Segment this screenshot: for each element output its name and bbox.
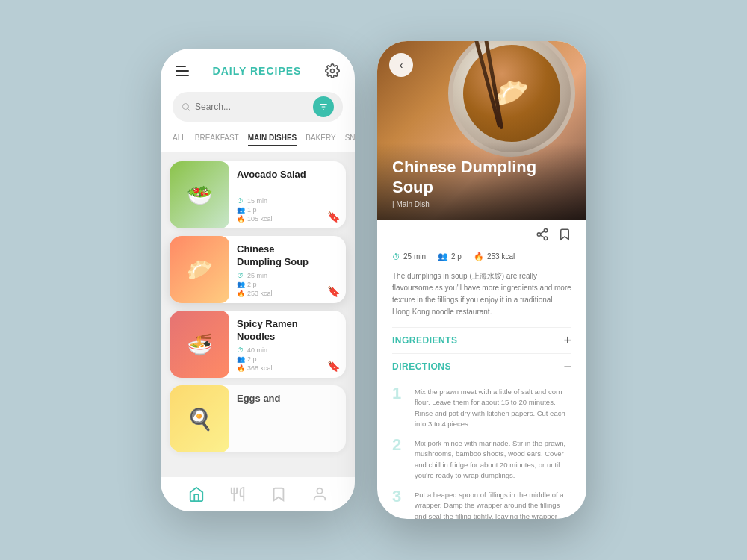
servings-icon-d: 👥: [237, 281, 244, 288]
detail-calories: 253 kcal: [487, 252, 515, 261]
hero-overlay: Chinese Dumpling Soup | Main Dish: [377, 143, 586, 220]
detail-time: 25 min: [403, 252, 426, 261]
left-phone: DAILY RECIPES: [161, 49, 355, 511]
directions-label: DIRECTIONS: [392, 361, 451, 372]
dumpling-time: 25 min: [247, 272, 267, 279]
filter-button[interactable]: [313, 96, 334, 117]
svg-point-1: [183, 104, 189, 110]
bookmark-avocado[interactable]: 🔖: [327, 211, 340, 223]
recipe-info-avocado: Avocado Salad ⏱ 15 min 👥 1 p 🔥 105 kca: [229, 161, 327, 228]
ramen-calories: 368 kcal: [247, 364, 273, 372]
direction-num-3: 3: [392, 488, 407, 519]
recipe-image-ramen: 🍜: [170, 311, 229, 378]
bottom-nav: [161, 476, 355, 511]
category-tabs: ALL BREAKFAST MAIN DISHES BAKERY SNAC: [161, 128, 355, 152]
nav-bookmarks[interactable]: [270, 486, 287, 503]
detail-servings: 2 p: [451, 252, 462, 261]
bowl-outer: 🥟: [448, 41, 575, 157]
recipe-name-eggs: Eggs and: [237, 393, 338, 405]
ramen-time: 40 min: [247, 346, 267, 354]
nav-profile[interactable]: [311, 486, 328, 503]
detail-description: The dumplings in soup (上海水饺) are really …: [377, 270, 586, 327]
detail-stats: ⏱ 25 min 👥 2 p 🔥 253 kcal: [377, 252, 586, 270]
svg-point-8: [544, 237, 548, 240]
dumpling-calories: 253 kcal: [247, 290, 273, 297]
recipe-image-eggs: 🍳: [170, 385, 229, 452]
svg-point-6: [544, 229, 548, 233]
recipe-card-eggs[interactable]: 🍳 Eggs and: [170, 385, 346, 452]
svg-line-9: [540, 235, 544, 237]
direction-3: 3 Put a heaped spoon of fillings in the …: [392, 488, 571, 519]
clock-icon: ⏱: [392, 252, 400, 261]
bowl-inner: 🥟: [463, 45, 560, 142]
ramen-servings: 2 p: [247, 355, 257, 363]
calories-icon: 🔥: [237, 215, 244, 223]
detail-category: | Main Dish: [392, 200, 571, 208]
recipe-info-dumpling: Chinese Dumpling Soup ⏱ 25 min 👥 2 p 🔥: [229, 236, 327, 303]
calories-icon-r: 🔥: [237, 364, 244, 372]
search-input[interactable]: [195, 102, 309, 112]
recipe-card-ramen[interactable]: 🍜 Spicy Ramen Noodles ⏱ 40 min 👥 2 p: [170, 311, 346, 378]
ingredients-toggle[interactable]: +: [563, 334, 571, 347]
search-icon: [182, 102, 190, 111]
recipe-meta-ramen: ⏱ 40 min 👥 2 p 🔥 368 kcal: [237, 346, 320, 372]
recipe-card-dumpling[interactable]: 🥟 Chinese Dumpling Soup ⏱ 25 min 👥 2 p: [170, 236, 346, 303]
stat-servings: 👥 2 p: [438, 252, 462, 261]
app-header: DAILY RECIPES: [161, 49, 355, 86]
menu-icon[interactable]: [176, 66, 189, 76]
avocado-servings: 1 p: [247, 206, 257, 214]
recipe-name-dumpling: Chinese Dumpling Soup: [237, 243, 320, 269]
ingredients-label: INGREDIENTS: [392, 335, 458, 346]
bookmark-ramen[interactable]: 🔖: [327, 360, 340, 372]
detail-title: Chinese Dumpling Soup: [392, 158, 571, 197]
nav-home[interactable]: [188, 486, 205, 503]
servings-icon: 👥: [237, 206, 244, 214]
time-icon-d: ⏱: [237, 272, 244, 279]
stat-time: ⏱ 25 min: [392, 252, 426, 261]
directions-section-header: DIRECTIONS −: [377, 354, 586, 379]
recipe-image-dumpling: 🥟: [170, 236, 229, 303]
detail-hero: 🥟 Chinese Dumpling Soup | Main Dish ‹: [377, 41, 586, 220]
time-icon-r: ⏱: [237, 346, 244, 354]
svg-point-7: [537, 233, 541, 237]
back-button[interactable]: ‹: [389, 53, 413, 77]
direction-num-2: 2: [392, 437, 407, 481]
directions-toggle[interactable]: −: [563, 360, 571, 373]
stat-calories: 🔥 253 kcal: [474, 252, 515, 261]
recipe-info-eggs: Eggs and: [229, 385, 346, 452]
tab-snacks[interactable]: SNAC: [345, 134, 355, 146]
recipe-meta-avocado: ⏱ 15 min 👥 1 p 🔥 105 kcal: [237, 197, 320, 223]
detail-panel: 🥟 Chinese Dumpling Soup | Main Dish ‹: [377, 41, 586, 519]
nav-recipes[interactable]: [229, 486, 246, 503]
search-bar: [161, 86, 355, 128]
avocado-calories: 105 kcal: [247, 215, 273, 223]
direction-text-3: Put a heaped spoon of fillings in the mi…: [415, 488, 571, 519]
recipe-name-avocado: Avocado Salad: [237, 169, 320, 181]
bookmark-detail-icon[interactable]: [558, 228, 571, 244]
recipe-card-avocado[interactable]: 🥗 Avocado Salad ⏱ 15 min 👥 1 p: [170, 161, 346, 228]
recipe-image-avocado: 🥗: [170, 161, 229, 228]
directions-list: 1 Mix the prawn meat with a little of sa…: [377, 379, 586, 519]
bookmark-dumpling[interactable]: 🔖: [327, 285, 340, 297]
tab-breakfast[interactable]: BREAKFAST: [195, 134, 239, 146]
recipe-meta-dumpling: ⏱ 25 min 👥 2 p 🔥 253 kcal: [237, 272, 320, 297]
share-icon[interactable]: [536, 228, 549, 244]
recipe-info-ramen: Spicy Ramen Noodles ⏱ 40 min 👥 2 p 🔥 3: [229, 311, 327, 378]
people-icon: 👥: [438, 252, 448, 261]
fire-icon: 🔥: [474, 252, 484, 261]
servings-icon-r: 👥: [237, 355, 244, 363]
settings-icon[interactable]: [325, 63, 340, 78]
tab-main-dishes[interactable]: MAIN DISHES: [248, 134, 297, 146]
app-title: DAILY RECIPES: [213, 65, 302, 77]
svg-line-10: [540, 231, 544, 234]
recipe-list: 🥗 Avocado Salad ⏱ 15 min 👥 1 p: [161, 152, 355, 476]
direction-2: 2 Mix pork mince with marinade. Stir in …: [392, 437, 571, 481]
svg-point-5: [317, 488, 322, 494]
tab-bakery[interactable]: BAKERY: [306, 134, 335, 146]
detail-actions: [377, 220, 586, 252]
direction-text-1: Mix the prawn meat with a little of salt…: [415, 385, 571, 429]
dumpling-servings: 2 p: [247, 281, 257, 288]
tab-all[interactable]: ALL: [173, 134, 186, 146]
ingredients-section: INGREDIENTS +: [377, 328, 586, 353]
avocado-time: 15 min: [247, 197, 267, 205]
